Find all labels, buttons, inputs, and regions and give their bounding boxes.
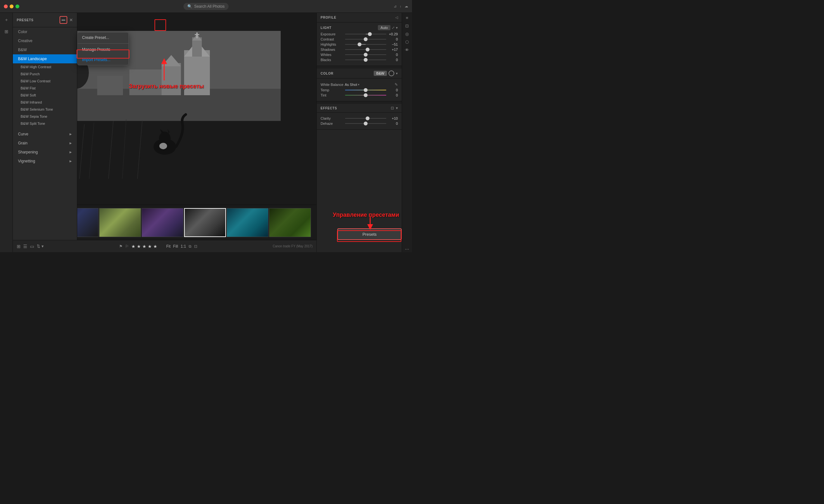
preset-curve[interactable]: Curve ▶ [13,130,77,139]
preset-bw-punch[interactable]: B&W Punch [13,71,77,78]
list-view-icon[interactable]: ☰ [23,244,27,249]
light-dropdown[interactable]: ▾ [396,26,398,30]
filmstrip-thumb-7[interactable] [269,208,311,237]
filmstrip-thumb-4[interactable] [142,208,184,237]
mask-icon[interactable]: ⬡ [405,39,409,45]
fit-label[interactable]: Fit [167,244,171,249]
maximize-button[interactable] [15,4,19,8]
preset-bw-selenium[interactable]: B&W Selenium Tone [13,106,77,113]
sort-icon[interactable]: ⇅ ▾ [37,244,44,249]
contrast-slider[interactable] [345,39,386,39]
minimize-button[interactable] [10,4,13,8]
curve-icon[interactable]: ⤢ [392,26,395,30]
light-title: LIGHT [321,26,331,30]
shadows-slider[interactable] [345,49,386,50]
preset-bw[interactable]: B&W [13,45,77,54]
effects-icons: ⊡ ▾ [391,106,398,110]
create-preset-item[interactable]: Create Preset... [78,32,128,43]
highlights-slider[interactable] [345,44,386,45]
svg-rect-9 [129,70,162,95]
preset-bw-landscape[interactable]: B&W Landscape [13,54,77,64]
filmstrip-thumb-6[interactable] [227,208,269,237]
effects-dropdown[interactable]: ▾ [396,106,398,110]
presets-bottom-button[interactable]: Presets [337,228,402,240]
preset-sharpening[interactable]: Sharpening ▶ [13,148,77,157]
wb-value[interactable]: As Shot ▾ [345,83,360,87]
photo-meta: Canon trade FY (May 2017) [273,244,313,248]
temp-label: Temp [321,88,343,92]
svg-rect-7 [162,63,181,95]
grain-chevron: ▶ [70,141,72,145]
bottom-bar: ⊞ ☰ ▭ ⇅ ▾ ⚑ ⚐ ★ ★ ★ ★ ★ Fit Fill 1:1 ⧉ ⊡… [13,240,316,252]
heal-icon[interactable]: ◎ [405,31,409,37]
presets-close-button[interactable]: ✕ [69,17,73,22]
dehaze-slider[interactable] [345,123,386,124]
search-placeholder: Search All Photos [194,4,225,9]
preset-creative[interactable]: Creative [13,36,77,45]
three-dots-button[interactable]: ••• [60,16,67,24]
auto-button[interactable]: Auto [378,25,391,30]
exposure-label: Exposure [321,32,343,36]
preset-bw-high-contrast[interactable]: B&W High Contrast [13,64,77,71]
crop-tool-icon[interactable]: ⊡ [405,23,409,29]
crop-icon[interactable]: ⊡ [194,244,197,249]
whites-slider[interactable] [345,54,386,55]
exposure-slider[interactable] [345,34,386,34]
right-panel: PROFILE ◁ LIGHT Auto ⤢ ▾ Exposure [316,13,402,252]
filmstrip-thumb-5[interactable] [184,208,226,237]
fill-label[interactable]: Fill [173,244,178,249]
compare-icon[interactable]: ⧉ [189,244,192,249]
preset-bw-low-contrast[interactable]: B&W Low Contrast [13,78,77,85]
flag-icon-2[interactable]: ⚐ [125,244,129,249]
exposure-value: +0.29 [388,32,398,36]
color-circle-button[interactable] [389,71,394,76]
profile-arrow[interactable]: ◁ [395,15,398,20]
preset-grain[interactable]: Grain ▶ [13,139,77,148]
light-header: LIGHT Auto ⤢ ▾ [321,25,398,30]
add-icon[interactable]: ＋ [2,15,11,24]
filter-icon[interactable]: ⊿ [394,4,397,8]
color-title: COLOR [321,72,333,75]
search-bar[interactable]: 🔍 Search All Photos [184,3,228,10]
preset-vignetting[interactable]: Vignetting ▶ [13,157,77,166]
blacks-value: 0 [388,58,398,62]
preset-bw-flat[interactable]: B&W Flat [13,85,77,92]
color-dropdown[interactable]: ▾ [396,72,398,76]
shadows-value: +17 [388,47,398,51]
eye-icon[interactable]: 👁 [404,47,410,53]
preset-bw-sepia[interactable]: B&W Sepia Tone [13,113,77,120]
blacks-slider[interactable] [345,59,386,60]
grid-view-icon[interactable]: ⊞ [17,244,21,249]
preset-bw-infrared[interactable]: B&W Infrared [13,99,77,106]
cloud-icon[interactable]: ☁ [405,4,408,8]
share-icon[interactable]: ↑ [400,4,402,8]
flag-icon-1[interactable]: ⚑ [119,244,123,249]
close-button[interactable] [4,4,8,8]
grid-icon[interactable]: ⊞ [2,27,11,36]
dropdown-divider [78,43,128,44]
preset-bw-split[interactable]: B&W Split Tone [13,120,77,127]
effects-icon-1[interactable]: ⊡ [391,106,394,110]
sliders-icon[interactable]: ≡ [405,15,409,21]
effects-title: EFFECTS [321,107,337,110]
eyedropper-icon[interactable]: ✎ [395,82,398,87]
bw-button[interactable]: B&W [374,71,387,76]
filmstrip-thumb-3[interactable] [99,208,141,237]
traffic-lights [4,4,19,8]
preset-bw-soft[interactable]: B&W Soft [13,92,77,99]
clarity-label: Clarity [321,116,343,120]
highlights-value: −51 [388,42,398,46]
star-rating[interactable]: ★ ★ ★ ★ ★ [131,244,158,249]
presets-list: Color Creative B&W B&W Landscape B&W Hig… [13,27,77,240]
preset-color[interactable]: Color [13,27,77,36]
tint-slider[interactable] [345,95,386,96]
clarity-slider[interactable] [345,118,386,119]
highlights-label: Highlights [321,42,343,46]
wb-arrow: ▾ [358,83,359,86]
import-presets-item[interactable]: Import Presets... [78,55,128,65]
one-to-one-label[interactable]: 1:1 [181,244,186,249]
temp-slider[interactable] [345,90,386,90]
detail-view-icon[interactable]: ▭ [30,244,34,249]
more-icon[interactable]: ⋯ [404,246,410,252]
manage-presets-item[interactable]: Manage Presets [78,44,128,55]
